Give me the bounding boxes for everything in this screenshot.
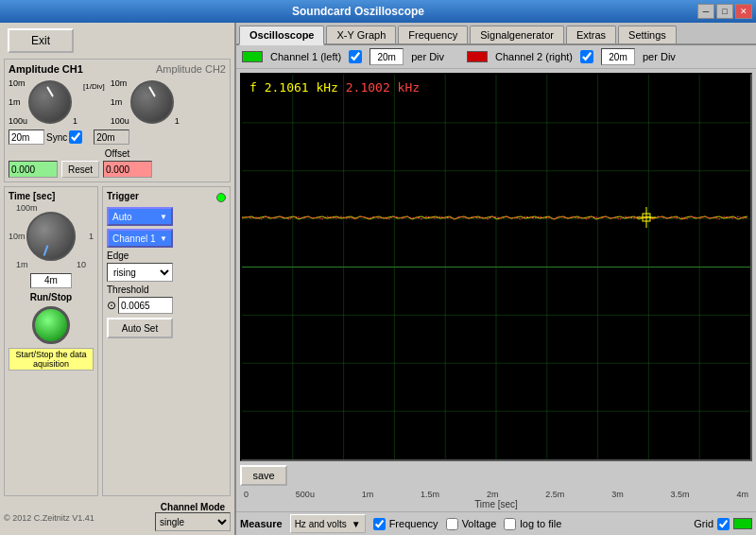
ch1-per-div-label: per Div <box>411 51 444 62</box>
freq-check-row: Frequency <box>373 518 438 530</box>
measure-label: Measure <box>240 518 283 529</box>
threshold-label: Threshold <box>107 285 226 295</box>
measure-select-label: Hz and volts <box>295 519 347 529</box>
knob1-label-left: 1m <box>9 97 27 107</box>
amplitude-section: Amplitude CH1 Amplitude CH2 10m 1m 100u … <box>4 59 231 182</box>
frequency-check-label: Frequency <box>389 518 438 529</box>
ch1-checkbox[interactable] <box>349 50 362 63</box>
time-section: Time [sec] 100m 10m 1 1m 10 Run/Stop Sta… <box>4 186 98 496</box>
time-input-row <box>9 273 94 288</box>
threshold-input[interactable] <box>118 297 173 314</box>
freq1-value: 2.1061 <box>265 80 309 95</box>
offset-row: Reset <box>9 161 226 178</box>
knob1-label-botright: 1 <box>73 116 77 126</box>
knob3-label-botright: 1 <box>175 116 180 126</box>
time-axis-1.5m: 1.5m <box>421 490 439 499</box>
time-label-1: 1 <box>89 232 94 241</box>
right-panel: Oscilloscope X-Y Graph Frequency Signalg… <box>236 23 756 535</box>
reset-button[interactable]: Reset <box>61 161 99 178</box>
save-row: save <box>236 465 756 488</box>
freq2-unit: kHz <box>398 80 420 95</box>
measure-dropdown-arrow: ▼ <box>352 519 361 529</box>
time-label-10m: 10m <box>9 232 26 241</box>
frequency-checkbox[interactable] <box>373 518 386 530</box>
log-checkbox[interactable] <box>504 518 516 530</box>
knob3-label-top: 10m <box>111 78 129 88</box>
offset-label: Offset <box>9 148 226 159</box>
tab-frequency[interactable]: Frequency <box>398 26 468 43</box>
knob1-label-botleft: 100u <box>9 116 27 126</box>
trigger-channel-label: Channel 1 <box>112 233 156 244</box>
ch2-label: Channel 2 (right) <box>495 51 573 62</box>
time-knob[interactable] <box>26 212 76 261</box>
time-axis-500u: 500u <box>296 490 315 499</box>
main-container: Exit Amplitude CH1 Amplitude CH2 10m 1m … <box>0 23 756 535</box>
save-button[interactable]: save <box>240 465 287 486</box>
tab-extras[interactable]: Extras <box>566 26 616 43</box>
waveform-display <box>242 75 750 459</box>
trigger-section: Trigger Auto ▼ Channel 1 ▼ Edge rising T… <box>102 186 231 496</box>
tab-bar: Oscilloscope X-Y Graph Frequency Signalg… <box>236 23 756 45</box>
title-bar: Soundcard Oszilloscope ─ □ ✕ <box>0 0 756 23</box>
sync-checkbox[interactable] <box>69 130 82 144</box>
offset-ch2-input[interactable] <box>103 161 152 178</box>
time-axis-title: Time [sec] <box>240 499 752 509</box>
ch2-checkbox[interactable] <box>580 50 593 63</box>
tab-signalgenerator[interactable]: Signalgenerator <box>470 26 564 43</box>
channel-mode-select[interactable]: single <box>155 512 231 531</box>
exit-button[interactable]: Exit <box>8 28 74 53</box>
knob1-label-top: 10m <box>9 78 27 88</box>
sync-input-ch2[interactable] <box>94 129 129 145</box>
left-panel: Exit Amplitude CH1 Amplitude CH2 10m 1m … <box>0 23 236 535</box>
freq1-label: f <box>249 80 257 95</box>
ch2-amplitude-knob[interactable] <box>130 80 174 124</box>
trigger-led <box>216 193 226 202</box>
time-title: Time [sec] <box>9 191 94 201</box>
grid-label: Grid <box>694 518 713 529</box>
close-button[interactable]: ✕ <box>735 4 752 19</box>
window-title: Soundcard Oszilloscope <box>19 5 697 18</box>
edge-label: Edge <box>107 250 226 261</box>
time-axis-1m: 1m <box>362 490 374 499</box>
grid-row: Grid <box>694 518 752 530</box>
sync-label: Sync <box>46 132 67 143</box>
knob3-label-botleft: 100u <box>111 116 129 126</box>
amplitude-header: Amplitude CH1 Amplitude CH2 <box>9 63 226 75</box>
grid-checkbox[interactable] <box>717 518 730 530</box>
offset-ch1-input[interactable] <box>9 161 58 178</box>
time-axis: 0 500u 1m 1.5m 2m 2.5m 3m 3.5m 4m Time [… <box>236 488 756 511</box>
amp-ch1-label: Amplitude CH1 <box>9 63 83 75</box>
knob3-label-left: 1m <box>111 97 129 107</box>
tab-settings[interactable]: Settings <box>618 26 677 43</box>
window-controls: ─ □ ✕ <box>697 4 752 19</box>
app-icon <box>4 4 19 19</box>
scope-display: f 2.1061 kHz 2.1002 kHz <box>240 73 752 461</box>
freq1-unit: kHz <box>316 80 337 95</box>
tab-oscilloscope[interactable]: Oscilloscope <box>239 26 324 45</box>
trigger-channel-arrow: ▼ <box>160 234 167 243</box>
ch2-per-div[interactable] <box>601 48 635 65</box>
status-text: Start/Stop the data aquisition <box>9 348 94 371</box>
amp-ch2-label: Amplitude CH2 <box>156 63 226 75</box>
ch1-amplitude-knob[interactable] <box>28 80 72 124</box>
run-stop-button[interactable] <box>32 306 70 344</box>
ch1-per-div[interactable] <box>369 48 404 65</box>
minimize-button[interactable]: ─ <box>697 4 714 19</box>
sync-input-ch1[interactable] <box>9 129 44 145</box>
auto-set-button[interactable]: Auto Set <box>107 318 173 338</box>
bottom-left: Time [sec] 100m 10m 1 1m 10 Run/Stop Sta… <box>4 186 231 496</box>
time-axis-2.5m: 2.5m <box>545 490 564 499</box>
freq-display: f 2.1061 kHz 2.1002 kHz <box>249 80 420 95</box>
trigger-channel-button[interactable]: Channel 1 ▼ <box>107 229 173 248</box>
trigger-mode-button[interactable]: Auto ▼ <box>107 207 173 226</box>
edge-select[interactable]: rising <box>107 263 173 282</box>
time-axis-2m: 2m <box>487 490 499 499</box>
freq2-value: 2.1002 <box>346 80 390 95</box>
time-label-100m: 100m <box>16 203 38 213</box>
maximize-button[interactable]: □ <box>716 4 733 19</box>
measure-select-button[interactable]: Hz and volts ▼ <box>290 514 366 533</box>
voltage-checkbox[interactable] <box>446 518 458 530</box>
time-display[interactable] <box>30 273 72 288</box>
tab-xy-graph[interactable]: X-Y Graph <box>326 26 396 43</box>
run-stop-label: Run/Stop <box>9 292 94 302</box>
